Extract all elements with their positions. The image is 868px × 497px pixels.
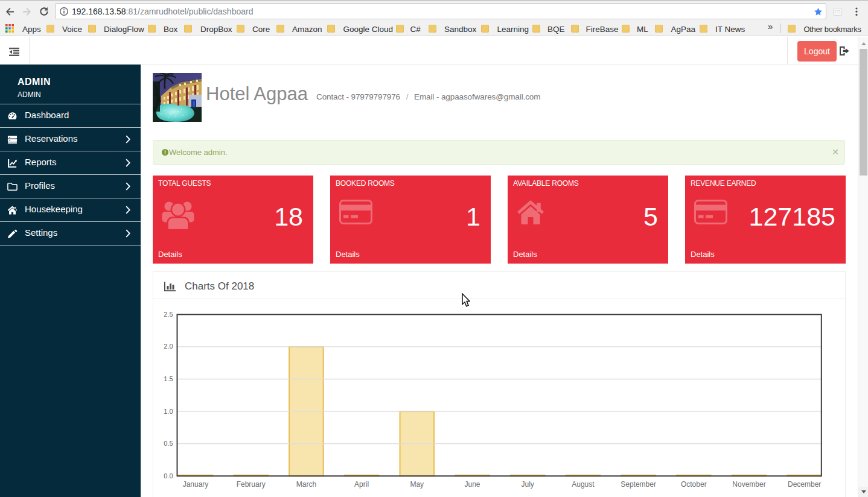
svg-text:2.0: 2.0 [164,343,173,350]
svg-text:1.0: 1.0 [164,408,173,415]
svg-text:December: December [788,480,821,489]
svg-text:2.5: 2.5 [164,311,173,318]
svg-text:July: July [522,480,534,489]
svg-text:March: March [296,480,316,489]
svg-text:0.0: 0.0 [164,472,173,480]
svg-text:0.5: 0.5 [164,440,173,447]
svg-text:May: May [410,480,424,489]
svg-text:1.5: 1.5 [164,375,173,382]
svg-text:June: June [464,480,480,489]
svg-text:November: November [732,480,765,489]
svg-text:September: September [621,480,656,489]
svg-text:April: April [354,480,369,489]
svg-text:October: October [681,480,707,489]
svg-text:January: January [183,480,209,489]
svg-text:February: February [237,480,266,489]
svg-text:August: August [572,480,595,489]
